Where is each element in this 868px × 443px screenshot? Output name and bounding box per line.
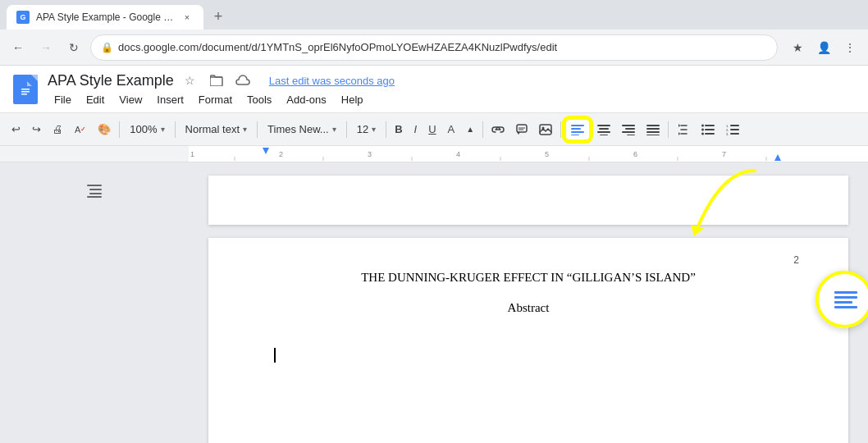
align-right-button[interactable] [617, 118, 640, 141]
menu-view[interactable]: View [112, 92, 148, 107]
docs-menu-bar: File Edit View Insert Format Tools Add-o… [48, 92, 855, 107]
new-tab-button[interactable]: + [207, 5, 230, 28]
svg-rect-13 [571, 131, 584, 133]
font-size-dropdown[interactable]: 12 ▾ [350, 118, 382, 141]
svg-rect-2 [21, 91, 30, 93]
url-bar[interactable]: 🔒 docs.google.com/document/d/1YMTnS_oprE… [90, 34, 778, 61]
toolbar: ↩ ↪ 🖨 A✓ 🎨 100% ▾ Normal text ▾ Times Ne… [0, 113, 868, 146]
svg-rect-20 [625, 128, 635, 130]
back-button[interactable]: ← [7, 36, 30, 59]
highlight-icon: ▲ [466, 125, 474, 134]
menu-edit[interactable]: Edit [80, 92, 111, 107]
redo-button[interactable]: ↪ [27, 118, 46, 141]
comment-button[interactable] [511, 118, 532, 141]
image-button[interactable] [534, 118, 557, 141]
font-dropdown[interactable]: Times New... ▾ [261, 118, 343, 141]
outline-toggle-button[interactable] [82, 179, 107, 203]
style-dropdown[interactable]: Normal text ▾ [179, 118, 254, 141]
line-spacing-button[interactable] [672, 118, 695, 141]
toolbar-sep-6 [482, 121, 483, 138]
svg-text:3: 3 [368, 150, 372, 158]
toolbar-sep-7 [560, 121, 561, 138]
star-button[interactable]: ☆ [180, 71, 200, 90]
undo-button[interactable]: ↩ [7, 118, 25, 141]
docs-title-area: APA Style Example ☆ Last edit was second… [48, 71, 855, 107]
svg-rect-32 [705, 133, 715, 135]
forward-button[interactable]: → [34, 36, 57, 59]
last-edit-status[interactable]: Last edit was seconds ago [269, 75, 395, 87]
svg-rect-28 [705, 125, 715, 126]
doc-area[interactable]: 2 THE DUNNING-KRUGER EFFECT IN “GILLIGAN… [189, 162, 868, 443]
svg-rect-11 [571, 125, 584, 126]
svg-rect-21 [622, 131, 635, 133]
italic-button[interactable]: I [409, 118, 423, 141]
text-cursor [274, 348, 276, 363]
svg-rect-24 [646, 128, 660, 130]
font-value: Times New... [267, 123, 329, 135]
svg-text:2: 2 [279, 150, 283, 158]
svg-rect-3 [21, 94, 27, 95]
svg-rect-36 [730, 129, 739, 130]
page-abstract-heading: Abstract [274, 301, 783, 315]
menu-format[interactable]: Format [192, 92, 239, 107]
svg-rect-25 [646, 131, 660, 133]
tab-close-button[interactable]: × [180, 11, 194, 24]
highlight-color-button[interactable]: ▲ [461, 118, 479, 141]
menu-addons[interactable]: Add-ons [280, 92, 332, 107]
svg-point-27 [701, 124, 704, 126]
svg-text:5: 5 [545, 150, 549, 158]
menu-tools[interactable]: Tools [240, 92, 278, 107]
svg-rect-34 [730, 125, 739, 126]
zoom-dropdown[interactable]: 100% ▾ [123, 118, 171, 141]
svg-rect-1 [21, 89, 30, 90]
toolbar-sep-2 [175, 121, 176, 138]
sidebar-panel [0, 162, 189, 443]
page-number: 2 [793, 254, 799, 266]
profile-button[interactable]: 👤 [812, 36, 835, 59]
reload-button[interactable]: ↻ [62, 36, 85, 59]
menu-help[interactable]: Help [335, 92, 370, 107]
menu-file[interactable]: File [48, 92, 78, 107]
svg-rect-19 [622, 125, 635, 126]
spell-check-button[interactable]: A✓ [70, 118, 91, 141]
nav-actions: ★ 👤 ⋮ [786, 36, 861, 59]
svg-rect-38 [730, 133, 739, 135]
underline-button[interactable]: U [423, 118, 441, 141]
zoom-value: 100% [130, 123, 157, 135]
link-button[interactable] [487, 118, 509, 141]
align-left-button[interactable] [564, 118, 591, 141]
svg-text:3.: 3. [726, 132, 729, 135]
svg-rect-18 [600, 135, 608, 135]
print-button[interactable]: 🖨 [48, 118, 68, 141]
svg-text:6: 6 [633, 150, 637, 158]
move-to-folder-button[interactable] [207, 71, 226, 90]
active-tab[interactable]: G APA Style Example - Google Doc... × [7, 5, 203, 30]
bookmarks-button[interactable]: ★ [786, 36, 809, 59]
svg-point-29 [701, 128, 704, 130]
tab-favicon: G [16, 11, 30, 24]
svg-rect-4 [210, 77, 222, 86]
svg-rect-15 [597, 125, 610, 126]
bold-button[interactable]: B [390, 118, 407, 141]
list-button[interactable] [697, 118, 720, 141]
svg-text:7: 7 [722, 150, 726, 158]
tab-bar: G APA Style Example - Google Doc... × + [0, 0, 868, 30]
svg-rect-30 [705, 129, 715, 130]
svg-rect-58 [89, 193, 102, 194]
svg-rect-14 [571, 135, 579, 135]
svg-rect-17 [597, 131, 610, 133]
menu-button[interactable]: ⋮ [838, 36, 861, 59]
align-justify-button[interactable] [642, 118, 665, 141]
numbered-list-button[interactable]: 1. 2. 3. [721, 118, 744, 141]
docs-title-row: APA Style Example ☆ Last edit was second… [48, 71, 855, 90]
svg-text:4: 4 [456, 150, 460, 158]
ruler-inner: 1 2 3 4 5 6 7 [0, 146, 868, 162]
menu-insert[interactable]: Insert [150, 92, 190, 107]
svg-text:1: 1 [190, 150, 194, 158]
text-color-button[interactable]: A [443, 118, 460, 141]
tab-title: APA Style Example - Google Doc... [36, 11, 174, 23]
paint-format-button[interactable]: 🎨 [93, 118, 116, 141]
font-arrow: ▾ [332, 125, 336, 134]
toolbar-sep-3 [257, 121, 258, 138]
align-center-button[interactable] [592, 118, 615, 141]
